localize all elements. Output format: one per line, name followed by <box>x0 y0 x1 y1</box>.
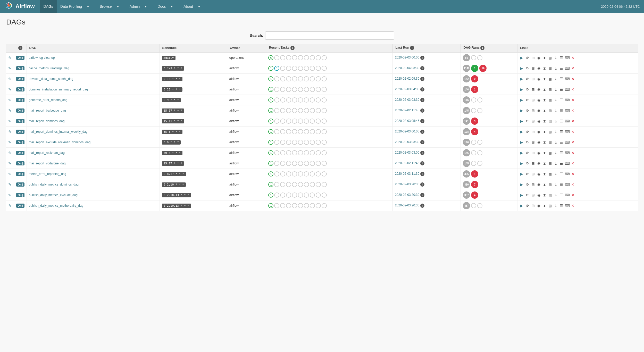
trigger-dag-icon[interactable]: ▶ <box>520 129 524 134</box>
details-icon[interactable]: ☰ <box>559 182 564 187</box>
landing-times-icon[interactable]: ⤓ <box>554 150 558 155</box>
duration-icon[interactable]: ⧗ <box>542 98 547 102</box>
gantt-icon[interactable]: ▦ <box>548 77 553 81</box>
run-count[interactable]: 142 <box>463 75 470 82</box>
refresh-icon[interactable]: ⟳ <box>525 129 530 134</box>
trigger-dag-icon[interactable]: ▶ <box>520 182 524 187</box>
gantt-icon[interactable]: ▦ <box>548 55 553 60</box>
delete-dag-icon[interactable]: ✕ <box>571 66 575 71</box>
graph-view-icon[interactable]: ◉ <box>537 108 541 113</box>
nav-item-data-profiling[interactable]: Data Profiling ▾ <box>57 0 96 13</box>
brand-link[interactable]: Airflow <box>4 2 35 11</box>
last-run-link[interactable]: 2020-02-02 11:45 <box>395 108 419 112</box>
gantt-icon[interactable]: ▦ <box>548 66 553 71</box>
refresh-icon[interactable]: ⟳ <box>525 66 530 71</box>
nav-item-about[interactable]: About ▾ <box>180 0 207 13</box>
landing-times-icon[interactable]: ⤓ <box>554 66 558 71</box>
duration-icon[interactable]: ⧗ <box>542 203 547 208</box>
toggle-button[interactable]: On <box>16 56 24 60</box>
task-circle[interactable]: 1 <box>268 97 273 103</box>
recent-tasks-info-icon[interactable]: i <box>290 46 295 50</box>
search-input[interactable] <box>265 31 394 40</box>
duration-icon[interactable]: ⧗ <box>542 119 547 123</box>
delete-dag-icon[interactable]: ✕ <box>571 77 575 81</box>
dag-name-link[interactable]: mail_report_exclude_rockman_dominos_dag <box>29 140 90 144</box>
trigger-dag-icon[interactable]: ▶ <box>520 119 524 123</box>
tree-view-icon[interactable]: ⊞ <box>531 172 536 176</box>
refresh-icon[interactable]: ⟳ <box>525 108 530 113</box>
code-icon[interactable]: ⌨ <box>565 203 570 208</box>
details-icon[interactable]: ☰ <box>559 150 564 155</box>
toggle-button[interactable]: On <box>16 130 24 134</box>
edit-icon[interactable]: ✎ <box>8 130 11 134</box>
landing-times-icon[interactable]: ⤓ <box>554 193 558 197</box>
tree-view-icon[interactable]: ⊞ <box>531 193 536 197</box>
refresh-icon[interactable]: ⟳ <box>525 140 530 145</box>
tree-view-icon[interactable]: ⊞ <box>531 87 536 92</box>
task-circle[interactable]: 1 <box>268 192 273 198</box>
details-icon[interactable]: ☰ <box>559 140 564 145</box>
run-count[interactable]: 146 <box>463 86 470 93</box>
refresh-icon[interactable]: ⟳ <box>525 77 530 81</box>
code-icon[interactable]: ⌨ <box>565 66 570 71</box>
task-circle[interactable]: 1 <box>268 108 273 113</box>
run-count[interactable]: 357 <box>463 191 470 199</box>
trigger-dag-icon[interactable]: ▶ <box>520 108 524 113</box>
trigger-dag-icon[interactable]: ▶ <box>520 150 524 155</box>
last-run-link[interactable]: 2020-02-03 20:30 <box>395 182 419 186</box>
dag-name-link[interactable]: mail_report_dominos_dag <box>29 119 65 123</box>
run-count[interactable]: 4 <box>471 191 478 199</box>
run-info-icon[interactable]: i <box>420 77 424 81</box>
dag-name-link[interactable]: generate_error_reports_dag <box>29 98 68 102</box>
task-circle[interactable]: 1 <box>268 182 273 187</box>
graph-view-icon[interactable]: ◉ <box>537 87 541 92</box>
delete-dag-icon[interactable]: ✕ <box>571 150 575 155</box>
duration-icon[interactable]: ⧗ <box>542 172 547 176</box>
tree-view-icon[interactable]: ⊞ <box>531 55 536 60</box>
run-info-icon[interactable]: i <box>420 119 424 123</box>
delete-dag-icon[interactable]: ✕ <box>571 55 575 60</box>
gantt-icon[interactable]: ▦ <box>548 193 553 197</box>
delete-dag-icon[interactable]: ✕ <box>571 119 575 123</box>
dag-name-link[interactable]: mail_report_vodafone_dag <box>29 162 66 165</box>
tree-view-icon[interactable]: ⊞ <box>531 182 536 187</box>
task-circle[interactable]: 1 <box>268 161 273 166</box>
gantt-icon[interactable]: ▦ <box>548 172 553 176</box>
tree-view-icon[interactable]: ⊞ <box>531 77 536 81</box>
refresh-icon[interactable]: ⟳ <box>525 98 530 102</box>
trigger-dag-icon[interactable]: ▶ <box>520 140 524 145</box>
task-circle[interactable]: 1 <box>268 171 273 177</box>
dag-runs-info-icon[interactable]: i <box>480 46 484 50</box>
delete-dag-icon[interactable]: ✕ <box>571 98 575 102</box>
run-count[interactable]: 7 <box>471 181 478 188</box>
delete-dag-icon[interactable]: ✕ <box>571 87 575 92</box>
run-count[interactable]: 128 <box>463 128 470 135</box>
toggle-button[interactable]: On <box>16 161 24 165</box>
tree-view-icon[interactable]: ⊞ <box>531 129 536 134</box>
refresh-icon[interactable]: ⟳ <box>525 203 530 208</box>
run-count[interactable]: 146 <box>463 96 470 104</box>
run-info-icon[interactable]: i <box>420 108 424 113</box>
run-count[interactable]: 305 <box>463 170 470 178</box>
toggle-button[interactable]: On <box>16 119 24 123</box>
edit-icon[interactable]: ✎ <box>8 140 11 144</box>
last-run-link[interactable]: 2020-02-02 09:30 <box>395 77 419 80</box>
refresh-icon[interactable]: ⟳ <box>525 193 530 197</box>
code-icon[interactable]: ⌨ <box>565 150 570 155</box>
delete-dag-icon[interactable]: ✕ <box>571 161 575 166</box>
landing-times-icon[interactable]: ⤓ <box>554 182 558 187</box>
graph-view-icon[interactable]: ◉ <box>537 172 541 176</box>
landing-times-icon[interactable]: ⤓ <box>554 98 558 102</box>
run-info-icon[interactable]: i <box>420 140 424 144</box>
edit-icon[interactable]: ✎ <box>8 108 11 113</box>
task-circle[interactable]: 1 <box>268 119 273 124</box>
trigger-dag-icon[interactable]: ▶ <box>520 172 524 176</box>
dag-name-link[interactable]: publish_daily_metrics_motherdairy_dag <box>29 204 83 207</box>
edit-icon[interactable]: ✎ <box>8 161 11 165</box>
landing-times-icon[interactable]: ⤓ <box>554 87 558 92</box>
refresh-icon[interactable]: ⟳ <box>525 150 530 155</box>
run-count[interactable]: 1 <box>471 65 478 72</box>
refresh-icon[interactable]: ⟳ <box>525 119 530 123</box>
toggle-button[interactable]: On <box>16 77 24 81</box>
last-run-link[interactable]: 2020-02-03 03:00 <box>395 151 419 154</box>
